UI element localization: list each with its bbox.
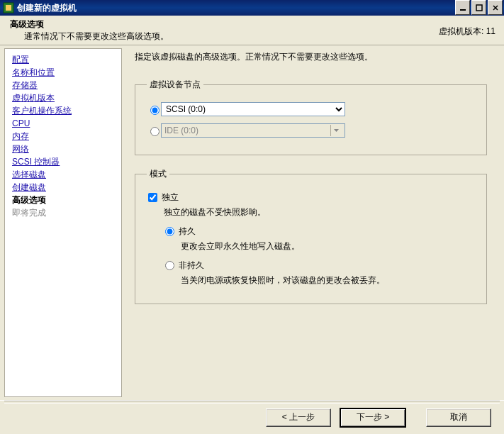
intro-text: 指定该虚拟磁盘的高级选项。正常情况下不需要更改这些选项。 xyxy=(135,51,491,63)
scsi-select[interactable]: SCSI (0:0) xyxy=(161,102,345,116)
svg-marker-6 xyxy=(334,129,339,132)
ide-row: IDE (0:0) xyxy=(147,123,475,138)
wizard-steps-sidebar: 配置 名称和位置 存储器 虚拟机版本 客户机操作系统 CPU 内存 网络 SCS… xyxy=(4,48,122,397)
mode-legend: 模式 xyxy=(147,168,169,180)
window-buttons xyxy=(454,0,504,16)
sidebar-item-name-location[interactable]: 名称和位置 xyxy=(12,66,121,79)
svg-rect-2 xyxy=(460,9,466,11)
wizard-window: 创建新的虚拟机 高级选项 通常情况下不需要更改这些高级选项。 虚拟机版本: 11… xyxy=(0,0,504,434)
minimize-button[interactable] xyxy=(455,0,470,15)
sidebar-item-finish: 即将完成 xyxy=(12,206,121,219)
independent-checkbox[interactable] xyxy=(148,193,157,202)
ide-select-value: IDE (0:0) xyxy=(164,126,198,135)
cancel-button[interactable]: 取消 xyxy=(426,408,491,427)
sidebar-item-cpu[interactable]: CPU xyxy=(12,117,121,130)
sidebar-item-advanced: 高级选项 xyxy=(12,194,121,206)
footer-separator xyxy=(4,401,500,404)
nonpersistent-label: 非持久 xyxy=(179,260,204,272)
persistent-label: 持久 xyxy=(179,226,196,238)
mode-group: 模式 独立 独立的磁盘不受快照影响。 持久 更改会立即永久性地写入磁盘。 非持久… xyxy=(135,168,487,304)
independent-desc: 独立的磁盘不受快照影响。 xyxy=(164,206,475,218)
scsi-radio[interactable] xyxy=(150,106,159,115)
nonpersistent-row: 非持久 xyxy=(164,260,475,272)
nonpersistent-radio[interactable] xyxy=(165,261,174,270)
persistent-row: 持久 xyxy=(164,226,475,238)
sidebar-item-network[interactable]: 网络 xyxy=(12,143,121,155)
sidebar-item-vm-version[interactable]: 虚拟机版本 xyxy=(12,91,121,104)
device-node-legend: 虚拟设备节点 xyxy=(147,79,203,91)
next-button-label: 下一步 > xyxy=(357,411,389,423)
back-button[interactable]: < 上一步 xyxy=(266,408,331,427)
wizard-header: 高级选项 通常情况下不需要更改这些高级选项。 虚拟机版本: 11 xyxy=(0,16,504,45)
svg-rect-1 xyxy=(6,5,11,11)
sidebar-item-guest-os[interactable]: 客户机操作系统 xyxy=(12,104,121,117)
dropdown-arrow-icon xyxy=(330,125,342,136)
device-node-group: 虚拟设备节点 SCSI (0:0) IDE (0:0) xyxy=(135,79,487,155)
sidebar-item-create-disk[interactable]: 创建磁盘 xyxy=(12,181,121,194)
maximize-button[interactable] xyxy=(471,0,486,15)
vm-version-label: 虚拟机版本: 11 xyxy=(439,26,495,38)
scsi-row: SCSI (0:0) xyxy=(147,102,475,116)
window-title: 创建新的虚拟机 xyxy=(17,2,454,14)
app-icon xyxy=(3,2,14,13)
svg-rect-3 xyxy=(476,5,482,11)
independent-label: 独立 xyxy=(162,191,179,204)
header-subtext: 通常情况下不需要更改这些高级选项。 xyxy=(24,30,494,43)
sidebar-item-select-disk[interactable]: 选择磁盘 xyxy=(12,168,121,181)
wizard-body: 配置 名称和位置 存储器 虚拟机版本 客户机操作系统 CPU 内存 网络 SCS… xyxy=(0,45,504,400)
close-button[interactable] xyxy=(488,0,503,15)
independent-row: 独立 xyxy=(147,191,475,204)
ide-select-disabled: IDE (0:0) xyxy=(161,123,345,138)
header-heading: 高级选项 xyxy=(10,18,494,30)
back-button-label: < 上一步 xyxy=(282,411,315,423)
titlebar: 创建新的虚拟机 xyxy=(0,0,504,16)
sidebar-item-storage[interactable]: 存储器 xyxy=(12,79,121,91)
cancel-button-label: 取消 xyxy=(450,411,467,423)
ide-radio[interactable] xyxy=(150,127,159,136)
next-button[interactable]: 下一步 > xyxy=(340,408,406,428)
sidebar-item-config[interactable]: 配置 xyxy=(12,53,121,66)
wizard-main-panel: 指定该虚拟磁盘的高级选项。正常情况下不需要更改这些选项。 虚拟设备节点 SCSI… xyxy=(122,45,504,400)
persistent-radio[interactable] xyxy=(165,227,174,236)
wizard-footer: < 上一步 下一步 > 取消 xyxy=(0,400,504,434)
sidebar-item-scsi[interactable]: SCSI 控制器 xyxy=(12,155,121,168)
persistent-desc: 更改会立即永久性地写入磁盘。 xyxy=(181,240,475,252)
sidebar-item-memory[interactable]: 内存 xyxy=(12,130,121,143)
nonpersistent-desc: 当关闭电源或恢复快照时，对该磁盘的更改会被丢弃。 xyxy=(181,274,475,286)
